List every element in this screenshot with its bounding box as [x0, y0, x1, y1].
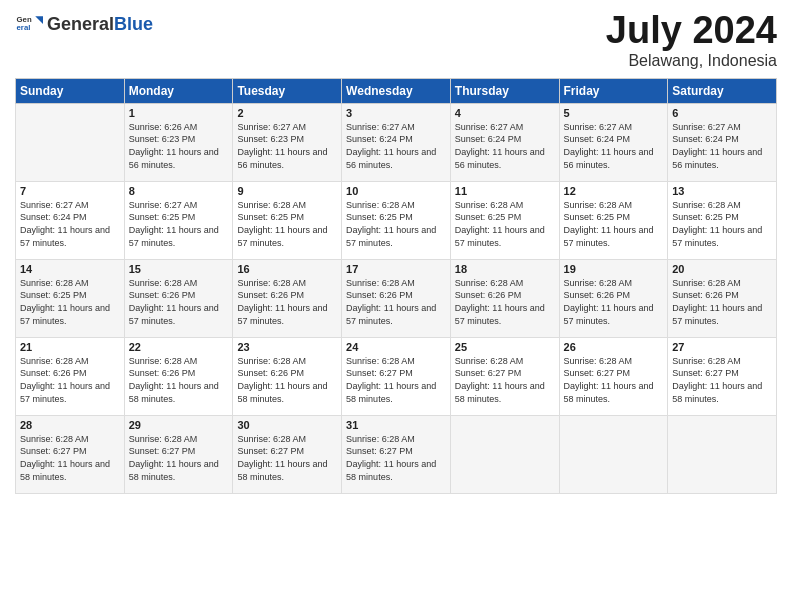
sunset-text: Sunset: 6:25 PM	[129, 211, 229, 224]
calendar-cell: 10 Sunrise: 6:28 AM Sunset: 6:25 PM Dayl…	[342, 181, 451, 259]
sunset-text: Sunset: 6:27 PM	[129, 445, 229, 458]
day-number: 30	[237, 419, 337, 431]
location-title: Belawang, Indonesia	[606, 52, 777, 70]
daylight-text: Daylight: 11 hours and 57 minutes.	[672, 302, 772, 327]
daylight-text: Daylight: 11 hours and 58 minutes.	[455, 380, 555, 405]
calendar-cell	[668, 415, 777, 493]
sunrise-text: Sunrise: 6:26 AM	[129, 121, 229, 134]
calendar-cell: 28 Sunrise: 6:28 AM Sunset: 6:27 PM Dayl…	[16, 415, 125, 493]
day-number: 20	[672, 263, 772, 275]
daylight-text: Daylight: 11 hours and 57 minutes.	[564, 302, 664, 327]
day-number: 23	[237, 341, 337, 353]
daylight-text: Daylight: 11 hours and 58 minutes.	[346, 380, 446, 405]
day-info: Sunrise: 6:27 AM Sunset: 6:24 PM Dayligh…	[672, 121, 772, 171]
calendar-cell: 3 Sunrise: 6:27 AM Sunset: 6:24 PM Dayli…	[342, 103, 451, 181]
sunset-text: Sunset: 6:25 PM	[237, 211, 337, 224]
sunrise-text: Sunrise: 6:28 AM	[455, 277, 555, 290]
weekday-header-row: Sunday Monday Tuesday Wednesday Thursday…	[16, 78, 777, 103]
daylight-text: Daylight: 11 hours and 57 minutes.	[346, 302, 446, 327]
day-info: Sunrise: 6:28 AM Sunset: 6:25 PM Dayligh…	[346, 199, 446, 249]
calendar-page: Gen eral GeneralBlue July 2024 Belawang,…	[0, 0, 792, 612]
calendar-cell: 26 Sunrise: 6:28 AM Sunset: 6:27 PM Dayl…	[559, 337, 668, 415]
day-info: Sunrise: 6:28 AM Sunset: 6:26 PM Dayligh…	[129, 355, 229, 405]
calendar-week-4: 28 Sunrise: 6:28 AM Sunset: 6:27 PM Dayl…	[16, 415, 777, 493]
calendar-week-3: 21 Sunrise: 6:28 AM Sunset: 6:26 PM Dayl…	[16, 337, 777, 415]
day-number: 6	[672, 107, 772, 119]
daylight-text: Daylight: 11 hours and 56 minutes.	[237, 146, 337, 171]
day-info: Sunrise: 6:28 AM Sunset: 6:26 PM Dayligh…	[20, 355, 120, 405]
calendar-cell: 15 Sunrise: 6:28 AM Sunset: 6:26 PM Dayl…	[124, 259, 233, 337]
daylight-text: Daylight: 11 hours and 57 minutes.	[129, 224, 229, 249]
sunrise-text: Sunrise: 6:27 AM	[564, 121, 664, 134]
sunset-text: Sunset: 6:24 PM	[672, 133, 772, 146]
sunset-text: Sunset: 6:26 PM	[672, 289, 772, 302]
daylight-text: Daylight: 11 hours and 56 minutes.	[672, 146, 772, 171]
sunrise-text: Sunrise: 6:28 AM	[564, 355, 664, 368]
day-number: 18	[455, 263, 555, 275]
day-number: 7	[20, 185, 120, 197]
sunset-text: Sunset: 6:25 PM	[672, 211, 772, 224]
day-number: 17	[346, 263, 446, 275]
sunset-text: Sunset: 6:26 PM	[129, 367, 229, 380]
sunset-text: Sunset: 6:24 PM	[455, 133, 555, 146]
day-number: 4	[455, 107, 555, 119]
day-number: 10	[346, 185, 446, 197]
calendar-cell: 30 Sunrise: 6:28 AM Sunset: 6:27 PM Dayl…	[233, 415, 342, 493]
calendar-cell: 31 Sunrise: 6:28 AM Sunset: 6:27 PM Dayl…	[342, 415, 451, 493]
sunrise-text: Sunrise: 6:28 AM	[20, 433, 120, 446]
day-number: 27	[672, 341, 772, 353]
sunrise-text: Sunrise: 6:28 AM	[564, 277, 664, 290]
calendar-cell: 19 Sunrise: 6:28 AM Sunset: 6:26 PM Dayl…	[559, 259, 668, 337]
calendar-cell: 23 Sunrise: 6:28 AM Sunset: 6:26 PM Dayl…	[233, 337, 342, 415]
day-number: 3	[346, 107, 446, 119]
title-block: July 2024 Belawang, Indonesia	[606, 10, 777, 70]
day-number: 8	[129, 185, 229, 197]
header-thursday: Thursday	[450, 78, 559, 103]
daylight-text: Daylight: 11 hours and 57 minutes.	[20, 224, 120, 249]
calendar-cell: 12 Sunrise: 6:28 AM Sunset: 6:25 PM Dayl…	[559, 181, 668, 259]
day-number: 1	[129, 107, 229, 119]
sunrise-text: Sunrise: 6:28 AM	[455, 355, 555, 368]
sunset-text: Sunset: 6:26 PM	[20, 367, 120, 380]
calendar-table: Sunday Monday Tuesday Wednesday Thursday…	[15, 78, 777, 494]
sunrise-text: Sunrise: 6:28 AM	[346, 277, 446, 290]
calendar-cell: 4 Sunrise: 6:27 AM Sunset: 6:24 PM Dayli…	[450, 103, 559, 181]
header-monday: Monday	[124, 78, 233, 103]
calendar-cell: 8 Sunrise: 6:27 AM Sunset: 6:25 PM Dayli…	[124, 181, 233, 259]
sunset-text: Sunset: 6:27 PM	[346, 367, 446, 380]
month-title: July 2024	[606, 10, 777, 52]
header-wednesday: Wednesday	[342, 78, 451, 103]
day-number: 25	[455, 341, 555, 353]
calendar-week-2: 14 Sunrise: 6:28 AM Sunset: 6:25 PM Dayl…	[16, 259, 777, 337]
sunrise-text: Sunrise: 6:28 AM	[237, 433, 337, 446]
sunset-text: Sunset: 6:24 PM	[564, 133, 664, 146]
calendar-cell: 29 Sunrise: 6:28 AM Sunset: 6:27 PM Dayl…	[124, 415, 233, 493]
day-info: Sunrise: 6:28 AM Sunset: 6:27 PM Dayligh…	[20, 433, 120, 483]
day-info: Sunrise: 6:28 AM Sunset: 6:25 PM Dayligh…	[455, 199, 555, 249]
day-number: 24	[346, 341, 446, 353]
day-number: 16	[237, 263, 337, 275]
sunset-text: Sunset: 6:27 PM	[237, 445, 337, 458]
daylight-text: Daylight: 11 hours and 58 minutes.	[237, 380, 337, 405]
day-info: Sunrise: 6:27 AM Sunset: 6:24 PM Dayligh…	[20, 199, 120, 249]
day-info: Sunrise: 6:27 AM Sunset: 6:24 PM Dayligh…	[346, 121, 446, 171]
sunrise-text: Sunrise: 6:28 AM	[672, 277, 772, 290]
day-number: 14	[20, 263, 120, 275]
svg-text:Gen: Gen	[17, 15, 32, 24]
daylight-text: Daylight: 11 hours and 58 minutes.	[237, 458, 337, 483]
calendar-cell	[16, 103, 125, 181]
sunrise-text: Sunrise: 6:28 AM	[129, 433, 229, 446]
calendar-cell: 6 Sunrise: 6:27 AM Sunset: 6:24 PM Dayli…	[668, 103, 777, 181]
day-number: 31	[346, 419, 446, 431]
sunrise-text: Sunrise: 6:28 AM	[346, 199, 446, 212]
header-saturday: Saturday	[668, 78, 777, 103]
sunset-text: Sunset: 6:27 PM	[672, 367, 772, 380]
daylight-text: Daylight: 11 hours and 56 minutes.	[564, 146, 664, 171]
calendar-cell	[450, 415, 559, 493]
day-info: Sunrise: 6:28 AM Sunset: 6:25 PM Dayligh…	[564, 199, 664, 249]
day-info: Sunrise: 6:28 AM Sunset: 6:27 PM Dayligh…	[564, 355, 664, 405]
daylight-text: Daylight: 11 hours and 57 minutes.	[672, 224, 772, 249]
daylight-text: Daylight: 11 hours and 58 minutes.	[20, 458, 120, 483]
calendar-cell: 21 Sunrise: 6:28 AM Sunset: 6:26 PM Dayl…	[16, 337, 125, 415]
logo-blue: Blue	[114, 14, 153, 34]
